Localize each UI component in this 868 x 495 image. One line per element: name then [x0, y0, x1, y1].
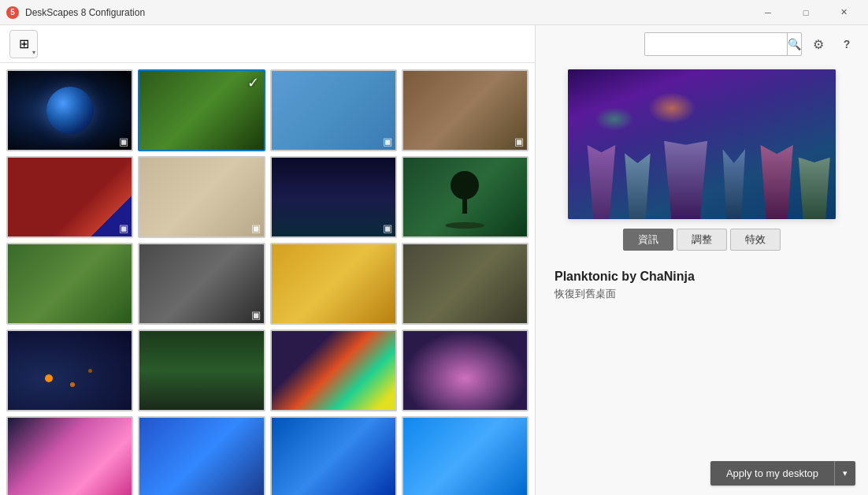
- wallpaper-item[interactable]: [270, 243, 397, 325]
- wallpaper-subtitle: 恢復到舊桌面: [555, 287, 849, 301]
- wallpaper-item[interactable]: ▣: [270, 69, 397, 151]
- search-box: 🔍: [644, 32, 802, 56]
- right-panel: 🔍 ⚙ ?: [536, 25, 868, 495]
- film-icon: ▣: [383, 222, 392, 234]
- help-button[interactable]: ?: [835, 32, 859, 56]
- dropdown-chevron-icon: ▾: [843, 468, 848, 478]
- wallpaper-item[interactable]: [6, 416, 133, 495]
- apply-button-group: Apply to my desktop ▾: [710, 461, 855, 486]
- wallpaper-item[interactable]: [270, 416, 397, 495]
- wallpaper-item[interactable]: [402, 156, 529, 238]
- search-input[interactable]: [645, 33, 787, 55]
- wallpaper-item[interactable]: ▣: [6, 69, 133, 151]
- tab-info[interactable]: 資訊: [623, 229, 673, 251]
- toolbar: ⊞ ▾: [0, 25, 535, 63]
- wallpaper-item[interactable]: ▣: [6, 156, 133, 238]
- selected-checkmark: ✓: [247, 74, 259, 91]
- film-icon: ▣: [119, 222, 128, 234]
- apply-dropdown-button[interactable]: ▾: [834, 461, 855, 486]
- wallpaper-item[interactable]: ▣: [270, 156, 397, 238]
- globe-decoration: [46, 87, 94, 134]
- film-icon: ▣: [514, 136, 524, 147]
- settings-button[interactable]: ⚙: [807, 32, 830, 56]
- view-toggle-button[interactable]: ⊞ ▾: [9, 30, 38, 58]
- wallpaper-title: Planktonic by ChaNinja: [555, 270, 849, 284]
- film-icon: ▣: [119, 136, 128, 147]
- window-controls: ─ □ ✕: [750, 0, 862, 25]
- tab-effects[interactable]: 特效: [730, 229, 781, 251]
- left-panel: ⊞ ▾ ▣ ✓ ▣ ▣: [0, 25, 536, 495]
- settings-icon: ⚙: [813, 37, 824, 52]
- film-icon: ▣: [251, 309, 261, 321]
- wallpaper-item[interactable]: [6, 243, 133, 325]
- main-content: ⊞ ▾ ▣ ✓ ▣ ▣: [0, 25, 868, 495]
- preview-background: [568, 69, 836, 219]
- wallpaper-item[interactable]: [402, 329, 529, 411]
- tab-adjust[interactable]: 調整: [677, 229, 727, 251]
- wallpaper-grid: ▣ ✓ ▣ ▣ ▣ ▣: [0, 63, 535, 495]
- film-icon: ▣: [383, 136, 392, 147]
- wallpaper-item[interactable]: [6, 329, 133, 411]
- preview-container: 資訊 調整 特效: [536, 63, 868, 260]
- wallpaper-item[interactable]: [138, 329, 265, 411]
- app-title: DeskScapes 8 Configuration: [25, 7, 145, 18]
- apply-area: Apply to my desktop ▾: [536, 452, 868, 495]
- wallpaper-item[interactable]: [138, 416, 265, 495]
- minimize-button[interactable]: ─: [750, 0, 786, 25]
- close-button[interactable]: ✕: [825, 0, 862, 25]
- film-icon: ▣: [251, 222, 261, 234]
- svg-rect-1: [462, 198, 467, 214]
- help-icon: ?: [844, 38, 851, 50]
- search-button[interactable]: 🔍: [787, 33, 801, 55]
- search-area: 🔍 ⚙ ?: [536, 25, 868, 63]
- tab-bar: 資訊 調整 特效: [623, 229, 781, 251]
- grid-icon: ⊞: [19, 36, 29, 51]
- wallpaper-item[interactable]: ▣: [138, 243, 265, 325]
- preview-image: [568, 69, 836, 219]
- wallpaper-item[interactable]: [402, 416, 529, 495]
- wallpaper-item[interactable]: ▣: [402, 69, 529, 151]
- titlebar: 5 DeskScapes 8 Configuration ─ □ ✕: [0, 0, 868, 25]
- search-icon: 🔍: [788, 38, 801, 50]
- info-section: Planktonic by ChaNinja 恢復到舊桌面: [536, 260, 868, 311]
- dropdown-arrow-icon: ▾: [32, 49, 35, 56]
- svg-point-0: [451, 171, 479, 199]
- tree-decoration: [441, 169, 488, 225]
- titlebar-left: 5 DeskScapes 8 Configuration: [6, 6, 145, 19]
- app-icon: 5: [6, 6, 19, 19]
- wallpaper-item[interactable]: [270, 329, 397, 411]
- maximize-button[interactable]: □: [788, 0, 824, 25]
- apply-to-desktop-button[interactable]: Apply to my desktop: [710, 461, 834, 486]
- wallpaper-item[interactable]: ▣: [138, 156, 265, 238]
- wallpaper-item[interactable]: ✓: [138, 69, 265, 151]
- wallpaper-item[interactable]: [402, 243, 529, 325]
